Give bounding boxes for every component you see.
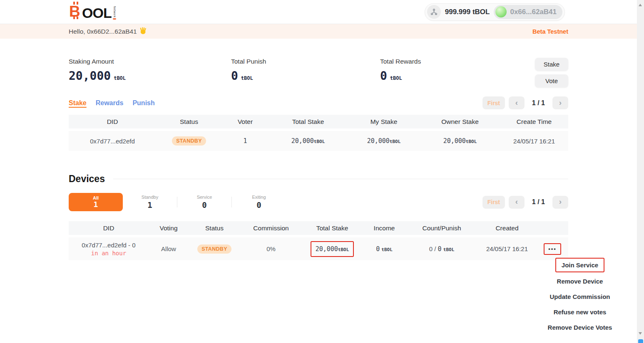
wallet-address: 0x66...62aB41 xyxy=(510,8,557,16)
greeting-text: Hello, 0x66D2...62aB41 xyxy=(69,28,137,35)
ellipsis-menu-button[interactable]: ••• xyxy=(548,246,557,252)
devices-table: DID Voting Status Commission Total Stake… xyxy=(69,219,568,263)
device-row: 0x7d77...ed2efd - 0 in an hour Allow STA… xyxy=(69,237,568,260)
voting-value: Allow xyxy=(149,237,189,260)
col-voter: Voter xyxy=(222,115,269,128)
wave-icon xyxy=(139,27,147,36)
tab-stake[interactable]: Stake xyxy=(69,99,87,107)
stat-unit: tBOL xyxy=(390,75,402,81)
col-actions xyxy=(537,221,568,235)
filter-all[interactable]: All 1 xyxy=(69,193,123,211)
viewport: B OOL Network xyxy=(0,0,637,343)
voter-value: 1 xyxy=(243,137,247,145)
scroll-down-icon[interactable] xyxy=(639,332,642,335)
devices-pagination: First ‹ 1 / 1 › xyxy=(482,196,568,209)
col-status: Status xyxy=(189,221,240,235)
menu-item-remove-device-votes[interactable]: Remove Device Votes xyxy=(548,320,612,335)
device-expiry: in an hour xyxy=(69,250,149,257)
device-filters: All 1 Standby 1 Service 0 Exiting 0 xyxy=(69,193,568,211)
col-my-stake: My Stake xyxy=(348,115,420,128)
tab-rewards[interactable]: Rewards xyxy=(96,99,124,107)
logo-dot xyxy=(113,18,116,20)
stake-table-header: DID Status Voter Total Stake My Stake Ow… xyxy=(69,115,568,128)
tabs-row: Stake Rewards Punish First ‹ 1 / 1 › xyxy=(69,96,568,109)
stat-total-rewards: Total Rewards 0 tBOL xyxy=(380,58,505,87)
devices-title: Devices xyxy=(69,173,105,185)
stat-value: 0 xyxy=(231,69,238,83)
annotation-box-menu: ••• xyxy=(544,243,561,255)
app-header: B OOL Network xyxy=(0,0,637,24)
menu-item-refuse-new-votes[interactable]: Refuse new votes xyxy=(554,304,607,320)
device-total-stake: 20,000 xyxy=(316,245,338,253)
device-context-menu: Join Service Remove Device Update Commis… xyxy=(547,258,613,335)
page-indicator: 1 / 1 xyxy=(532,99,545,107)
next-page-button[interactable]: › xyxy=(552,96,568,109)
create-time-value: 24/05/17 16:21 xyxy=(500,131,568,151)
stake-button[interactable]: Stake xyxy=(535,58,568,71)
col-voting: Voting xyxy=(149,221,189,235)
vertical-scrollbar[interactable] xyxy=(637,0,644,343)
filter-exiting[interactable]: Exiting 0 xyxy=(232,195,286,210)
first-page-button[interactable]: First xyxy=(482,196,505,209)
total-stake-value: 20,000 xyxy=(291,137,314,145)
logo-wordmark: OOL xyxy=(82,5,112,21)
punish-value: 0 xyxy=(438,245,442,253)
stat-label: Staking Amount xyxy=(69,58,231,65)
next-page-button[interactable]: › xyxy=(552,196,568,209)
page-indicator: 1 / 1 xyxy=(532,198,545,206)
income-value: 0 xyxy=(376,245,380,253)
filter-standby[interactable]: Standby 1 xyxy=(123,195,177,210)
address-pill[interactable]: 0x66...62aB41 xyxy=(494,5,562,19)
divider xyxy=(113,179,568,179)
col-total-stake: Total Stake xyxy=(302,221,363,235)
scroll-up-icon[interactable] xyxy=(639,4,642,6)
stats-row: Staking Amount 20,000 tBOL Total Punish … xyxy=(69,58,568,87)
stake-table: DID Status Voter Total Stake My Stake Ow… xyxy=(69,112,568,153)
col-did: DID xyxy=(69,221,149,235)
menu-item-remove-device[interactable]: Remove Device xyxy=(557,274,603,289)
menu-item-update-commission[interactable]: Update Commission xyxy=(550,289,610,304)
commission-value: 0% xyxy=(240,237,302,260)
vote-button[interactable]: Vote xyxy=(535,74,568,87)
col-status: Status xyxy=(156,115,222,128)
owner-stake-value: 20,000 xyxy=(443,137,466,145)
annotation-box-total-stake: 20,000tBOL xyxy=(311,241,354,257)
page: B OOL Network xyxy=(0,0,644,343)
stat-staking-amount: Staking Amount 20,000 tBOL xyxy=(69,58,231,87)
stat-value: 20,000 xyxy=(69,69,111,83)
did-value: 0x7d77...ed2efd xyxy=(69,131,156,151)
menu-item-join-service[interactable]: Join Service xyxy=(562,262,598,269)
stake-table-row: 0x7d77...ed2efd STANDBY 1 20,000tBOL 20,… xyxy=(69,131,568,151)
bool-logo[interactable]: B OOL Network xyxy=(69,3,116,21)
stake-pagination: First ‹ 1 / 1 › xyxy=(482,96,568,109)
annotation-box-join-service: Join Service xyxy=(555,258,604,272)
prev-page-button[interactable]: ‹ xyxy=(509,96,525,109)
filter-service[interactable]: Service 0 xyxy=(177,195,231,210)
devices-section-header: Devices xyxy=(69,173,568,185)
status-badge: STANDBY xyxy=(197,244,231,254)
network-icon xyxy=(427,5,441,19)
col-owner-stake: Owner Stake xyxy=(420,115,500,128)
stat-value: 0 xyxy=(380,69,387,83)
first-page-button[interactable]: First xyxy=(482,96,505,109)
corner-widget xyxy=(638,339,643,343)
stat-label: Total Punish xyxy=(231,58,380,65)
count-value: 0 / xyxy=(429,245,438,252)
prev-page-button[interactable]: ‹ xyxy=(509,196,525,209)
tab-punish[interactable]: Punish xyxy=(132,99,154,107)
hello-bar: Hello, 0x66D2...62aB41 Beta Testnet xyxy=(0,24,637,39)
stat-unit: tBOL xyxy=(241,75,253,81)
stat-label: Total Rewards xyxy=(380,58,505,65)
wallet-pill[interactable]: 999.999 tBOL 0x66...62aB41 xyxy=(425,3,565,21)
col-commission: Commission xyxy=(240,221,302,235)
device-did: 0x7d77...ed2efd - 0 xyxy=(69,242,149,249)
device-created: 24/05/17 16:21 xyxy=(477,237,537,260)
devices-table-header: DID Voting Status Commission Total Stake… xyxy=(69,221,568,235)
col-total-stake: Total Stake xyxy=(269,115,348,128)
col-did: DID xyxy=(69,115,156,128)
stat-total-punish: Total Punish 0 tBOL xyxy=(231,58,380,87)
my-stake-value: 20,000 xyxy=(367,137,390,145)
wallet-balance: 999.999 tBOL xyxy=(445,8,490,16)
col-income: Income xyxy=(363,221,406,235)
col-create-time: Create Time xyxy=(500,115,568,128)
